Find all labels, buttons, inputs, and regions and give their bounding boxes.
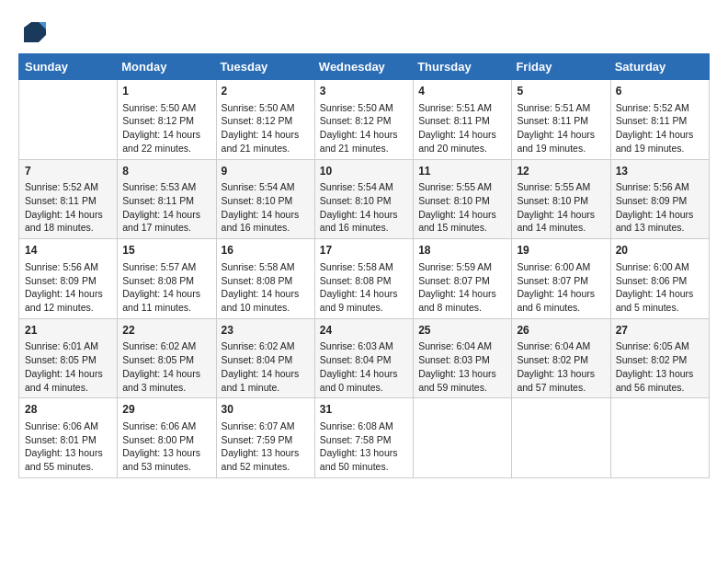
weekday-header-monday: Monday bbox=[118, 54, 216, 80]
sunset-text: Sunset: 8:10 PM bbox=[222, 194, 310, 208]
daylight-text: Daylight: 14 hours and 22 minutes. bbox=[122, 128, 210, 155]
daylight-text: Daylight: 14 hours and 6 minutes. bbox=[517, 287, 605, 314]
sunrise-text: Sunrise: 6:03 AM bbox=[320, 339, 408, 353]
sunrise-text: Sunrise: 6:08 AM bbox=[320, 419, 408, 433]
sunset-text: Sunset: 8:08 PM bbox=[320, 274, 408, 288]
day-number: 27 bbox=[616, 323, 704, 339]
sunset-text: Sunset: 8:11 PM bbox=[517, 114, 605, 128]
weekday-header-saturday: Saturday bbox=[610, 54, 709, 80]
calendar-cell: 7Sunrise: 5:52 AMSunset: 8:11 PMDaylight… bbox=[19, 159, 118, 239]
day-number: 2 bbox=[222, 84, 310, 99]
sunrise-text: Sunrise: 6:04 AM bbox=[517, 339, 605, 353]
calendar-cell: 29Sunrise: 6:06 AMSunset: 8:00 PMDayligh… bbox=[118, 398, 216, 478]
day-number: 12 bbox=[517, 164, 605, 179]
daylight-text: Daylight: 14 hours and 21 minutes. bbox=[222, 128, 310, 155]
sunset-text: Sunset: 8:02 PM bbox=[517, 353, 605, 367]
day-number: 26 bbox=[517, 323, 605, 339]
sunrise-text: Sunrise: 5:58 AM bbox=[222, 260, 310, 274]
sunrise-text: Sunrise: 6:00 AM bbox=[517, 260, 605, 274]
daylight-text: Daylight: 14 hours and 19 minutes. bbox=[517, 128, 605, 155]
day-number: 17 bbox=[320, 243, 408, 259]
logo bbox=[18, 18, 48, 44]
calendar-cell bbox=[610, 398, 709, 478]
weekday-header-friday: Friday bbox=[512, 54, 610, 80]
daylight-text: Daylight: 14 hours and 5 minutes. bbox=[616, 287, 704, 314]
weekday-header-wednesday: Wednesday bbox=[314, 54, 413, 80]
daylight-text: Daylight: 13 hours and 55 minutes. bbox=[25, 446, 112, 473]
sunset-text: Sunset: 8:12 PM bbox=[222, 114, 310, 128]
sunrise-text: Sunrise: 6:00 AM bbox=[616, 260, 704, 274]
day-number: 10 bbox=[320, 164, 408, 179]
calendar-cell: 9Sunrise: 5:54 AMSunset: 8:10 PMDaylight… bbox=[216, 159, 314, 239]
daylight-text: Daylight: 14 hours and 12 minutes. bbox=[25, 287, 112, 314]
day-number: 22 bbox=[122, 323, 210, 339]
sunrise-text: Sunrise: 6:06 AM bbox=[25, 419, 112, 433]
sunset-text: Sunset: 8:11 PM bbox=[616, 114, 704, 128]
calendar-cell: 1Sunrise: 5:50 AMSunset: 8:12 PMDaylight… bbox=[118, 80, 216, 160]
day-number: 19 bbox=[517, 243, 605, 259]
calendar-cell: 23Sunrise: 6:02 AMSunset: 8:04 PMDayligh… bbox=[216, 318, 314, 398]
calendar-cell: 13Sunrise: 5:56 AMSunset: 8:09 PMDayligh… bbox=[610, 159, 709, 239]
sunrise-text: Sunrise: 5:55 AM bbox=[517, 180, 605, 194]
sunset-text: Sunset: 8:10 PM bbox=[418, 194, 506, 208]
calendar-cell: 14Sunrise: 5:56 AMSunset: 8:09 PMDayligh… bbox=[19, 239, 118, 319]
calendar-cell: 10Sunrise: 5:54 AMSunset: 8:10 PMDayligh… bbox=[314, 159, 413, 239]
calendar-cell: 30Sunrise: 6:07 AMSunset: 7:59 PMDayligh… bbox=[216, 398, 314, 478]
sunset-text: Sunset: 8:11 PM bbox=[418, 114, 506, 128]
daylight-text: Daylight: 14 hours and 17 minutes. bbox=[122, 208, 210, 235]
sunset-text: Sunset: 8:08 PM bbox=[122, 274, 210, 288]
daylight-text: Daylight: 13 hours and 57 minutes. bbox=[517, 367, 605, 394]
calendar-cell: 4Sunrise: 5:51 AMSunset: 8:11 PMDaylight… bbox=[414, 80, 512, 160]
sunrise-text: Sunrise: 5:50 AM bbox=[320, 101, 408, 115]
calendar-cell: 27Sunrise: 6:05 AMSunset: 8:02 PMDayligh… bbox=[610, 318, 709, 398]
sunset-text: Sunset: 8:06 PM bbox=[616, 274, 704, 288]
calendar-cell: 8Sunrise: 5:53 AMSunset: 8:11 PMDaylight… bbox=[118, 159, 216, 239]
day-number: 1 bbox=[122, 84, 210, 99]
day-number: 31 bbox=[320, 402, 408, 418]
sunset-text: Sunset: 8:08 PM bbox=[222, 274, 310, 288]
daylight-text: Daylight: 13 hours and 56 minutes. bbox=[616, 367, 704, 394]
sunrise-text: Sunrise: 5:50 AM bbox=[122, 101, 210, 115]
sunset-text: Sunset: 8:09 PM bbox=[616, 194, 704, 208]
calendar-cell: 3Sunrise: 5:50 AMSunset: 8:12 PMDaylight… bbox=[314, 80, 413, 160]
daylight-text: Daylight: 14 hours and 9 minutes. bbox=[320, 287, 408, 314]
sunrise-text: Sunrise: 5:54 AM bbox=[222, 180, 310, 194]
sunset-text: Sunset: 8:12 PM bbox=[122, 114, 210, 128]
sunset-text: Sunset: 8:04 PM bbox=[320, 353, 408, 367]
page-header bbox=[18, 18, 710, 44]
sunset-text: Sunset: 8:01 PM bbox=[25, 433, 112, 447]
calendar-cell: 18Sunrise: 5:59 AMSunset: 8:07 PMDayligh… bbox=[414, 239, 512, 319]
calendar-cell: 21Sunrise: 6:01 AMSunset: 8:05 PMDayligh… bbox=[19, 318, 118, 398]
calendar-cell: 16Sunrise: 5:58 AMSunset: 8:08 PMDayligh… bbox=[216, 239, 314, 319]
calendar-cell: 5Sunrise: 5:51 AMSunset: 8:11 PMDaylight… bbox=[512, 80, 610, 160]
daylight-text: Daylight: 14 hours and 0 minutes. bbox=[320, 367, 408, 394]
day-number: 30 bbox=[222, 402, 310, 418]
daylight-text: Daylight: 14 hours and 3 minutes. bbox=[122, 367, 210, 394]
sunset-text: Sunset: 8:07 PM bbox=[517, 274, 605, 288]
sunset-text: Sunset: 8:10 PM bbox=[320, 194, 408, 208]
sunrise-text: Sunrise: 5:53 AM bbox=[122, 180, 210, 194]
day-number: 20 bbox=[616, 243, 704, 259]
sunset-text: Sunset: 8:02 PM bbox=[616, 353, 704, 367]
calendar-table: SundayMondayTuesdayWednesdayThursdayFrid… bbox=[18, 53, 710, 478]
sunrise-text: Sunrise: 5:50 AM bbox=[222, 101, 310, 115]
sunrise-text: Sunrise: 5:59 AM bbox=[418, 260, 506, 274]
daylight-text: Daylight: 13 hours and 59 minutes. bbox=[418, 367, 506, 394]
calendar-cell: 24Sunrise: 6:03 AMSunset: 8:04 PMDayligh… bbox=[314, 318, 413, 398]
day-number: 15 bbox=[122, 243, 210, 259]
weekday-header-row: SundayMondayTuesdayWednesdayThursdayFrid… bbox=[19, 54, 710, 80]
calendar-week-row: 21Sunrise: 6:01 AMSunset: 8:05 PMDayligh… bbox=[19, 318, 710, 398]
sunset-text: Sunset: 8:00 PM bbox=[122, 433, 210, 447]
calendar-cell: 28Sunrise: 6:06 AMSunset: 8:01 PMDayligh… bbox=[19, 398, 118, 478]
daylight-text: Daylight: 14 hours and 15 minutes. bbox=[418, 208, 506, 235]
calendar-cell: 20Sunrise: 6:00 AMSunset: 8:06 PMDayligh… bbox=[610, 239, 709, 319]
sunset-text: Sunset: 7:59 PM bbox=[222, 433, 310, 447]
sunrise-text: Sunrise: 5:51 AM bbox=[418, 101, 506, 115]
sunset-text: Sunset: 8:07 PM bbox=[418, 274, 506, 288]
sunset-text: Sunset: 7:58 PM bbox=[320, 433, 408, 447]
weekday-header-sunday: Sunday bbox=[19, 54, 118, 80]
sunrise-text: Sunrise: 5:52 AM bbox=[616, 101, 704, 115]
calendar-cell: 6Sunrise: 5:52 AMSunset: 8:11 PMDaylight… bbox=[610, 80, 709, 160]
sunrise-text: Sunrise: 6:02 AM bbox=[122, 339, 210, 353]
day-number: 3 bbox=[320, 84, 408, 99]
